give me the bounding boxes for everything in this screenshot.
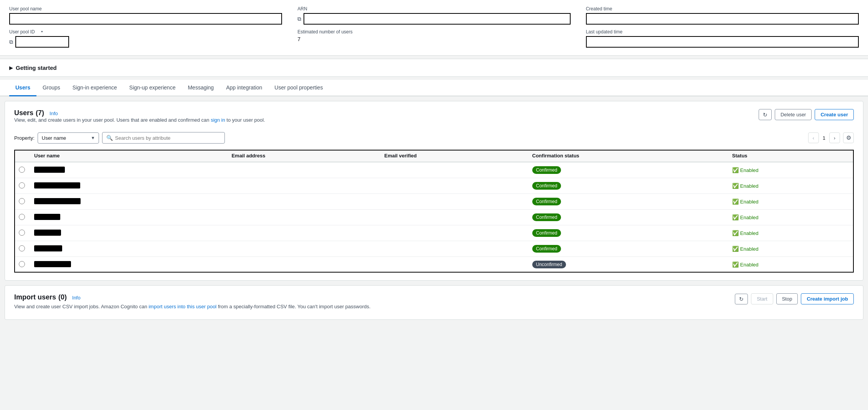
row-radio-input[interactable]: [19, 167, 25, 173]
users-info-link[interactable]: Info: [50, 111, 58, 116]
username-column-header: User name: [30, 150, 227, 162]
row-radio-input[interactable]: [19, 214, 25, 220]
import-info-link[interactable]: Info: [72, 295, 81, 301]
last-updated-value[interactable]: [586, 36, 859, 48]
users-table-body: Confirmed✅ EnabledConfirmed✅ EnabledConf…: [14, 162, 854, 273]
redacted-username: [34, 182, 80, 188]
table-row[interactable]: Confirmed✅ Enabled: [14, 178, 854, 194]
table-settings-button[interactable]: ⚙: [843, 132, 854, 143]
tab-groups[interactable]: Groups: [36, 80, 66, 96]
check-circle-icon: ✅: [732, 183, 739, 189]
tabs-bar: Users Groups Sign-in experience Sign-up …: [0, 80, 868, 96]
status-enabled-label: ✅ Enabled: [732, 214, 849, 220]
prev-page-button[interactable]: ‹: [808, 132, 819, 143]
property-label: Property:: [14, 135, 35, 141]
status-enabled-label: ✅ Enabled: [732, 183, 849, 189]
created-time-field: Created time: [586, 6, 859, 25]
copy-pool-id-icon[interactable]: ⧉: [9, 39, 13, 45]
row-radio-cell: [14, 162, 30, 178]
property-select[interactable]: User name Email Phone: [38, 132, 99, 144]
tab-users[interactable]: Users: [9, 80, 36, 96]
row-radio-input[interactable]: [19, 230, 25, 236]
row-confirmation-cell: Unconfirmed: [528, 257, 728, 273]
start-import-button[interactable]: Start: [751, 293, 773, 304]
row-status-cell: ✅ Enabled: [728, 178, 854, 194]
getting-started-toggle[interactable]: ▶ Getting started: [9, 64, 859, 71]
import-link[interactable]: import users into this user pool: [149, 304, 216, 309]
import-count: (0): [58, 293, 67, 301]
row-email-verified-cell: [380, 210, 528, 225]
redacted-username: [34, 198, 81, 204]
tab-sign-in-experience[interactable]: Sign-in experience: [66, 80, 123, 96]
row-email-verified-cell: [380, 241, 528, 257]
users-section-header: Users (7) Info View, edit, and create us…: [14, 109, 854, 129]
select-all-header: [14, 150, 30, 162]
create-user-button[interactable]: Create user: [815, 109, 854, 120]
row-username-cell: [30, 194, 227, 210]
status-enabled-label: ✅ Enabled: [732, 167, 849, 173]
redacted-username: [34, 230, 61, 236]
arn-field: ARN ⧉: [297, 6, 570, 25]
copy-arn-icon[interactable]: ⧉: [297, 16, 301, 22]
row-radio-input[interactable]: [19, 245, 25, 251]
create-import-job-button[interactable]: Create import job: [801, 293, 854, 304]
user-pool-id-label: User pool ID •: [9, 29, 282, 35]
arn-value[interactable]: [304, 13, 570, 25]
table-row[interactable]: Unconfirmed✅ Enabled: [14, 257, 854, 273]
table-row[interactable]: Confirmed✅ Enabled: [14, 225, 854, 241]
pool-info-panel: User pool name ARN ⧉ Created time User p…: [0, 0, 868, 56]
tab-app-integration[interactable]: App integration: [220, 80, 268, 96]
users-toolbar: Property: User name Email Phone ▼ 🔍 ‹ 1 …: [14, 132, 854, 144]
row-email-cell: [227, 178, 380, 194]
table-row[interactable]: Confirmed✅ Enabled: [14, 241, 854, 257]
row-status-cell: ✅ Enabled: [728, 210, 854, 225]
row-radio-input[interactable]: [19, 261, 25, 267]
table-row[interactable]: Confirmed✅ Enabled: [14, 162, 854, 178]
search-input[interactable]: [115, 135, 221, 141]
triangle-right-icon: ▶: [9, 65, 13, 71]
refresh-import-button[interactable]: ↻: [735, 294, 748, 304]
stop-import-button[interactable]: Stop: [776, 293, 798, 304]
users-table-container: User name Email address Email verified C…: [14, 150, 854, 273]
page-number: 1: [821, 135, 827, 141]
status-enabled-label: ✅ Enabled: [732, 198, 849, 205]
import-description: View and create user CSV import jobs. Am…: [14, 304, 371, 309]
status-enabled-label: ✅ Enabled: [732, 261, 849, 268]
row-status-cell: ✅ Enabled: [728, 257, 854, 273]
row-username-cell: [30, 257, 227, 273]
table-row[interactable]: Confirmed✅ Enabled: [14, 194, 854, 210]
estimated-users-label: Estimated number of users: [297, 29, 570, 35]
delete-user-button[interactable]: Delete user: [775, 109, 812, 120]
created-time-value[interactable]: [586, 13, 859, 25]
sign-in-link[interactable]: sign in: [211, 117, 225, 123]
users-section: Users (7) Info View, edit, and create us…: [5, 101, 863, 281]
status-enabled-label: ✅ Enabled: [732, 246, 849, 252]
row-radio-cell: [14, 178, 30, 194]
refresh-users-button[interactable]: ↻: [759, 109, 772, 120]
row-status-cell: ✅ Enabled: [728, 162, 854, 178]
property-select-wrapper: User name Email Phone ▼: [38, 132, 99, 144]
row-radio-input[interactable]: [19, 182, 25, 188]
estimated-users-value: 7: [297, 36, 570, 42]
users-action-buttons: ↻ Delete user Create user: [759, 109, 854, 120]
search-box[interactable]: 🔍: [102, 132, 225, 144]
estimated-users-field: Estimated number of users 7: [297, 29, 570, 48]
table-row[interactable]: Confirmed✅ Enabled: [14, 210, 854, 225]
row-email-verified-cell: [380, 194, 528, 210]
toolbar-right: ‹ 1 › ⚙: [808, 132, 854, 143]
tab-user-pool-properties[interactable]: User pool properties: [268, 80, 329, 96]
confirmation-badge: Confirmed: [532, 166, 561, 174]
redacted-username: [34, 167, 65, 173]
user-pool-name-value[interactable]: [9, 13, 282, 25]
next-page-button[interactable]: ›: [829, 132, 840, 143]
row-radio-input[interactable]: [19, 198, 25, 204]
getting-started-label: Getting started: [16, 64, 57, 71]
check-circle-icon: ✅: [732, 261, 739, 268]
confirmation-badge: Confirmed: [532, 229, 561, 237]
table-header-row: User name Email address Email verified C…: [14, 150, 854, 162]
check-circle-icon: ✅: [732, 198, 739, 205]
tab-messaging[interactable]: Messaging: [182, 80, 220, 96]
user-pool-id-value[interactable]: [15, 36, 69, 48]
import-header: Import users (0) Info View and create us…: [14, 293, 854, 309]
tab-sign-up-experience[interactable]: Sign-up experience: [123, 80, 182, 96]
